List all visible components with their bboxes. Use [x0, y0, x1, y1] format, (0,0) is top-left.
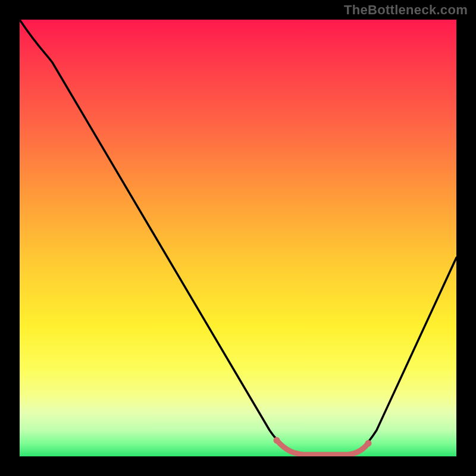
plot-area [20, 20, 456, 456]
trough-end-dot [365, 440, 372, 447]
chart-frame: TheBottleneck.com [0, 0, 476, 476]
curve-path [20, 20, 456, 454]
trough-start-dot [274, 437, 280, 444]
bottleneck-curve [20, 20, 456, 456]
attribution-text: TheBottleneck.com [344, 2, 468, 18]
trough-marker [277, 440, 368, 455]
